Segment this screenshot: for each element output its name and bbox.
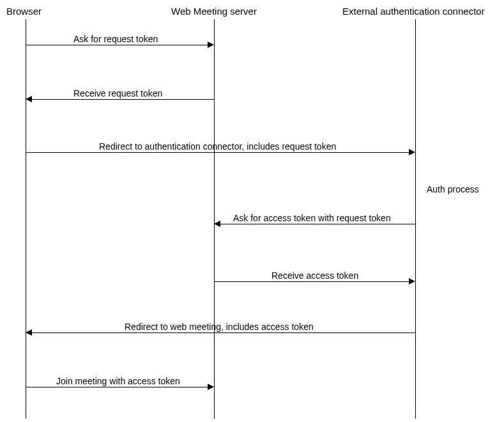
msg-arrow-6: [32, 332, 415, 333]
arrow-head-5: [409, 278, 415, 285]
msg-arrow-3: [26, 152, 409, 153]
msg-arrow-4: [220, 224, 415, 224]
msg-label-7: Join meeting with access token: [56, 376, 180, 386]
msg-arrow-5: [214, 281, 409, 282]
arrow-head-2: [26, 96, 32, 102]
sequence-diagram: Browser Web Meeting server External auth…: [0, 0, 504, 422]
arrow-head-1: [208, 42, 214, 48]
lifeline-browser: [26, 19, 26, 419]
arrow-head-7: [208, 384, 214, 390]
arrow-head-4: [214, 221, 220, 227]
arrow-head-3: [409, 149, 415, 155]
msg-label-6: Redirect to web meeting, includes access…: [125, 322, 314, 332]
side-note-auth: Auth process: [427, 184, 479, 194]
arrow-head-6: [26, 329, 32, 336]
lifeline-server: [214, 19, 215, 419]
participant-connector: External authentication connector: [342, 6, 485, 17]
msg-arrow-7: [26, 387, 208, 387]
msg-label-3: Redirect to authentication connector, in…: [99, 141, 336, 152]
msg-label-2: Receive request token: [73, 88, 162, 98]
lifeline-connector: [415, 19, 416, 419]
msg-arrow-1: [26, 45, 208, 45]
participant-browser: Browser: [6, 6, 42, 17]
msg-label-1: Ask for request token: [73, 34, 158, 44]
msg-label-5: Receive access token: [271, 270, 358, 281]
msg-arrow-2: [32, 99, 214, 100]
msg-label-4: Ask for access token with request token: [233, 213, 391, 223]
participant-server: Web Meeting server: [171, 6, 257, 17]
